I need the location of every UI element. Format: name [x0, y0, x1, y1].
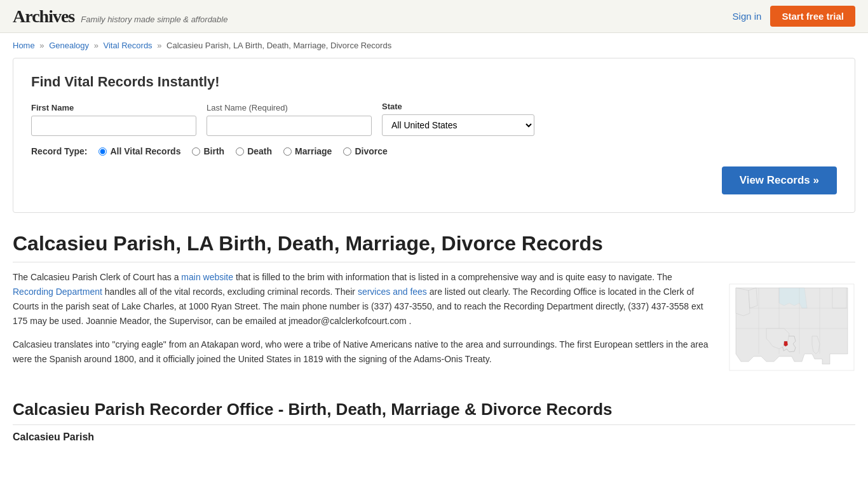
page-title: Calcasieu Parish, LA Birth, Death, Marri… [13, 232, 855, 262]
state-map [728, 270, 855, 384]
radio-divorce[interactable]: Divorce [343, 146, 387, 156]
site-header: Archives Family history made simple & af… [0, 0, 868, 33]
state-group: State All United StatesAlabamaAlaskaAriz… [382, 102, 534, 136]
last-name-label: Last Name (Required) [207, 103, 372, 112]
breadcrumb-genealogy[interactable]: Genealogy [49, 41, 89, 50]
first-name-group: First Name [31, 103, 196, 136]
breadcrumb-sep-2: » [94, 41, 98, 50]
radio-divorce-label: Divorce [355, 146, 387, 156]
radio-divorce-input[interactable] [343, 147, 351, 156]
svg-rect-1 [832, 288, 846, 308]
recording-dept-link[interactable]: Recording Department [13, 287, 102, 297]
last-name-input[interactable] [207, 116, 372, 136]
map-area [728, 270, 855, 384]
record-type-row: Record Type: All Vital Records Birth Dea… [31, 146, 837, 156]
main-website-link[interactable]: main website [181, 272, 233, 282]
signin-link[interactable]: Sign in [733, 11, 762, 22]
first-name-label: First Name [31, 103, 196, 112]
header-left: Archives Family history made simple & af… [13, 6, 227, 27]
breadcrumb-current: Calcasieu Parish, LA Birth, Death, Marri… [166, 41, 391, 50]
view-records-button[interactable]: View Records » [722, 166, 837, 194]
main-content: Calcasieu Parish, LA Birth, Death, Marri… [0, 226, 868, 449]
radio-death-label: Death [247, 146, 272, 156]
first-name-input[interactable] [31, 116, 196, 136]
section-title-recorder-office: Calcasieu Parish Recorder Office - Birth… [13, 400, 855, 425]
site-tagline: Family history made simple & affordable [81, 15, 227, 24]
last-name-group: Last Name (Required) [207, 103, 372, 136]
search-box: Find Vital Records Instantly! First Name… [13, 58, 855, 213]
radio-all-input[interactable] [98, 147, 107, 156]
site-logo: Archives [13, 6, 74, 27]
us-map-svg [728, 270, 855, 384]
paragraph-1: The Calcasieu Parish Clerk of Court has … [13, 270, 713, 329]
start-trial-button[interactable]: Start free trial [770, 6, 855, 27]
radio-death[interactable]: Death [236, 146, 272, 156]
radio-all-vital[interactable]: All Vital Records [98, 146, 180, 156]
radio-death-input[interactable] [236, 147, 244, 156]
search-title: Find Vital Records Instantly! [31, 74, 837, 90]
view-records-row: View Records » [31, 166, 837, 194]
paragraph-2: Calcasieu translates into "crying eagle"… [13, 337, 713, 367]
services-fees-link[interactable]: services and fees [358, 287, 427, 297]
breadcrumb-home[interactable]: Home [13, 41, 35, 50]
radio-marriage-input[interactable] [283, 147, 292, 156]
breadcrumb: Home » Genealogy » Vital Records » Calca… [0, 33, 868, 58]
state-label: State [382, 102, 534, 111]
radio-all-label: All Vital Records [110, 146, 180, 156]
record-type-label: Record Type: [31, 146, 87, 156]
text-content: The Calcasieu Parish Clerk of Court has … [13, 270, 713, 384]
calcasieu-parish-subheading: Calcasieu Parish [13, 431, 855, 443]
radio-birth-input[interactable] [192, 147, 200, 156]
radio-birth-label: Birth [203, 146, 224, 156]
content-area: The Calcasieu Parish Clerk of Court has … [13, 270, 855, 384]
breadcrumb-vital-records[interactable]: Vital Records [104, 41, 153, 50]
radio-marriage-label: Marriage [295, 146, 332, 156]
state-select[interactable]: All United StatesAlabamaAlaskaArizonaArk… [382, 114, 534, 136]
header-right: Sign in Start free trial [733, 6, 855, 27]
radio-marriage[interactable]: Marriage [283, 146, 332, 156]
breadcrumb-sep-3: » [157, 41, 161, 50]
search-fields: First Name Last Name (Required) State Al… [31, 102, 837, 136]
radio-birth[interactable]: Birth [192, 146, 224, 156]
breadcrumb-sep-1: » [39, 41, 44, 50]
